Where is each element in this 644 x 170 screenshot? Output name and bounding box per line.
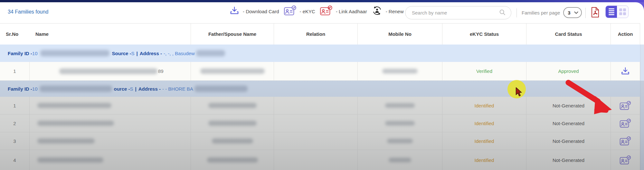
column-header-srno: Sr.No	[0, 24, 30, 45]
family-group-header: Family ID - 10 ource - S | Address - - -…	[0, 81, 644, 97]
father-spouse-cell	[191, 150, 274, 170]
grid-view-button[interactable]	[617, 6, 628, 18]
source-value: S	[130, 86, 133, 92]
per-page-value: 3	[568, 10, 570, 15]
redacted-father-name	[208, 121, 257, 126]
ekyc-status-cell: Identified	[442, 132, 526, 150]
name-visible-suffix: 89	[158, 68, 164, 74]
table-row: 1 89 Verified Approved	[0, 62, 640, 81]
ekyc-status-cell: Identified	[442, 150, 526, 170]
srno-cell: 1	[0, 62, 30, 80]
ekyc-button[interactable]	[620, 101, 631, 111]
download-icon	[229, 6, 240, 16]
column-header-father-spouse: Father/Spouse Name	[191, 24, 274, 45]
relation-cell	[274, 150, 358, 170]
column-header-ekyc-status: eKYC Status	[442, 24, 526, 45]
mobile-cell	[358, 115, 442, 132]
table-row: 2 Identified Not-Generated	[0, 115, 640, 132]
redacted-father-name	[200, 68, 265, 74]
families-per-page-label: Families per page	[522, 10, 560, 15]
relation-cell	[274, 62, 358, 80]
relation-cell	[274, 115, 358, 132]
families-per-page-control: Families per page 3	[522, 7, 582, 18]
export-pdf-button[interactable]	[591, 6, 600, 19]
table-scrollbar[interactable]	[640, 45, 644, 170]
column-header-name: Name	[30, 24, 191, 45]
family-id-value: 10	[32, 51, 38, 56]
download-card-button[interactable]	[620, 67, 630, 75]
redacted-father-name	[207, 157, 258, 163]
ekyc-card-icon	[284, 5, 297, 17]
father-spouse-cell	[191, 132, 274, 150]
father-spouse-cell	[191, 97, 274, 114]
family-id-label: Family ID -	[8, 51, 32, 56]
table-row: 3 Identified Not-Generated	[0, 132, 640, 150]
redacted-mobile	[387, 139, 413, 143]
name-cell	[30, 115, 191, 132]
father-spouse-cell	[191, 115, 274, 132]
ekyc-button[interactable]	[620, 155, 631, 165]
redacted-mobile	[385, 103, 415, 108]
legend-download-card: - Download Card	[229, 6, 279, 16]
action-legend: - Download Card - eKYC - Link Aadhaar - …	[229, 5, 404, 17]
chevron-down-icon	[574, 10, 578, 15]
link-aadhaar-icon	[320, 5, 333, 17]
mobile-cell	[358, 62, 442, 80]
srno-cell: 4	[0, 150, 30, 170]
redacted-mobile	[382, 69, 418, 74]
ekyc-button[interactable]	[620, 136, 631, 146]
redacted-address	[196, 50, 225, 56]
column-header-action: Action	[611, 24, 640, 45]
families-found-count: 34 Families found	[8, 9, 48, 15]
toolbar-divider	[585, 8, 586, 18]
toolbar-divider	[516, 8, 517, 17]
legend-label: - Link Aadhaar	[336, 9, 367, 14]
divider: |	[135, 51, 140, 56]
families-per-page-select[interactable]: 3	[563, 7, 582, 18]
top-accent-bar	[0, 0, 644, 2]
source-label: Source -	[112, 51, 131, 56]
search-icon	[499, 9, 506, 17]
address-label: Address -	[140, 51, 162, 56]
family-group-header: Family ID - 10 Source - S | Address - -,…	[0, 45, 644, 62]
mobile-cell	[358, 132, 442, 150]
legend-label: - Renew	[386, 9, 404, 14]
address-label: Address -	[138, 86, 161, 92]
search-input[interactable]	[412, 10, 499, 15]
srno-cell: 1	[0, 97, 30, 114]
ekyc-status-cell: Identified	[442, 115, 526, 132]
divider: |	[133, 86, 138, 92]
source-value: S	[131, 51, 135, 56]
family-id-value: 10	[32, 86, 38, 92]
redacted-name	[59, 68, 157, 74]
ekyc-status-cell: Identified	[442, 97, 526, 114]
card-status-cell: Not-Generated	[526, 115, 611, 132]
mobile-cell	[358, 150, 442, 170]
search-box[interactable]	[405, 6, 511, 19]
card-status-cell: Not-Generated	[526, 150, 611, 170]
column-header-mobile: Mobile No	[358, 24, 442, 45]
redacted-mobile	[389, 158, 411, 162]
redacted-name	[37, 138, 95, 144]
father-spouse-cell	[191, 62, 274, 80]
column-header-relation: Relation	[274, 24, 358, 45]
redacted-family-id	[40, 50, 109, 56]
view-toggle	[605, 5, 629, 18]
family-id-label: Family ID -	[8, 86, 32, 92]
mobile-cell	[358, 97, 442, 114]
redacted-name	[37, 157, 103, 163]
legend-label: - Download Card	[243, 9, 279, 14]
renew-icon	[372, 5, 383, 17]
address-value: - - BHORE BA	[162, 86, 193, 92]
column-header-card-status: Card Status	[526, 24, 611, 45]
card-status-cell: Not-Generated	[526, 132, 611, 150]
relation-cell	[274, 132, 358, 150]
list-view-button[interactable]	[606, 6, 617, 18]
redacted-father-name	[208, 103, 257, 108]
ekyc-button[interactable]	[620, 118, 631, 128]
name-cell: 89	[30, 62, 191, 80]
source-label: ource -	[114, 86, 130, 92]
redacted-name	[37, 103, 111, 108]
legend-ekyc: - eKYC	[284, 5, 315, 17]
legend-link-aadhaar: - Link Aadhaar	[320, 5, 367, 17]
